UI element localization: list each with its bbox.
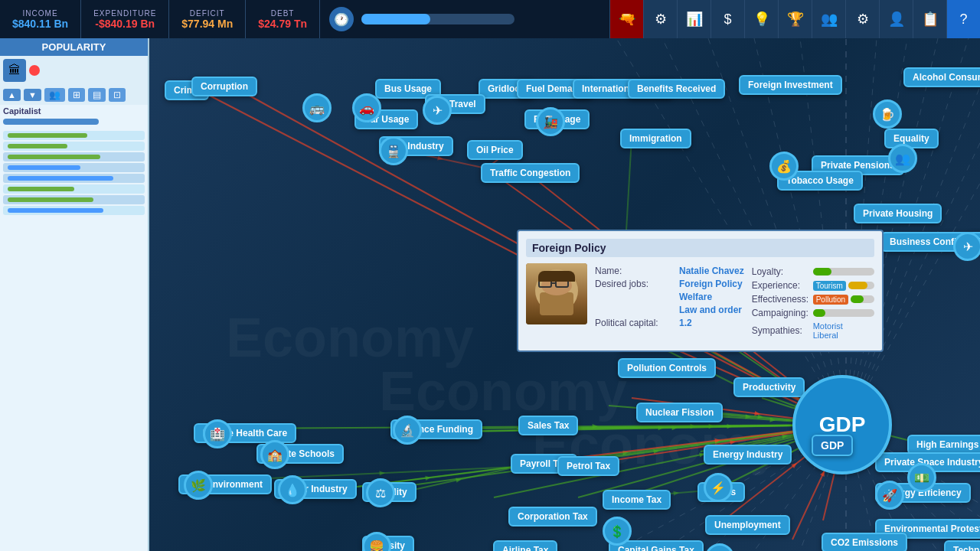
gdp-label-node[interactable]: GDP (812, 435, 853, 456)
expand-icon-btn[interactable]: ⊡ (109, 88, 126, 102)
topbar: INCOME $840.11 Bn EXPENDITURE -$840.19 B… (0, 0, 980, 38)
airline-tax-node[interactable]: Airline Tax (493, 540, 557, 551)
pollution-tag: Pollution (813, 295, 848, 305)
down-btn[interactable]: ▼ (24, 89, 41, 101)
deficit-stat: DEFICIT $77.94 Mn (169, 0, 246, 38)
train-icon[interactable]: 🚂 (536, 107, 565, 136)
water-icon[interactable]: 💧 (278, 475, 307, 504)
gov-icon: 🏛 (3, 59, 26, 82)
loyalty-bar (813, 268, 874, 276)
gdp-node[interactable]: GDP (792, 375, 892, 474)
income-tax-node[interactable]: Income Tax (603, 490, 671, 510)
desired-jobs-val2: Welfare (679, 292, 712, 302)
panel-title: Foreign Policy (526, 239, 874, 257)
unemployment-node[interactable]: Unemployment (705, 515, 790, 535)
alcohol-consumption-node[interactable]: Alcohol Consumption (903, 67, 980, 87)
experience-fill (848, 282, 867, 289)
income-label: INCOME (23, 9, 58, 18)
benefits-received-node[interactable]: Benefits Received (628, 79, 725, 99)
notes-btn[interactable]: 📋 (913, 0, 946, 38)
map[interactable]: Economy Economy Economy Econ Crime Corru… (149, 38, 980, 551)
sidebar-item-1[interactable] (3, 131, 145, 140)
desired-jobs-row3: Law and order (595, 305, 744, 315)
clock-icon[interactable]: 🕐 (329, 7, 354, 31)
immigration-node[interactable]: Immigration (620, 129, 691, 148)
grid-icon-btn[interactable]: ⊞ (68, 88, 85, 102)
sidebar-item-3[interactable] (3, 152, 145, 161)
help-btn[interactable]: ? (946, 0, 980, 38)
space-icon[interactable]: 🚀 (875, 481, 904, 510)
plane-icon[interactable]: ✈ (423, 96, 452, 125)
desired-jobs-val3: Law and order (679, 305, 742, 315)
productivity-node[interactable]: Productivity (733, 377, 805, 397)
loyalty-row: Loyalty: (752, 266, 874, 277)
icon-buttons: 🔫 ⚙ 📊 $ 💡 🏆 👥 ⚙ 👤 📋 ? (609, 0, 980, 38)
car-icon[interactable]: 🚗 (352, 93, 381, 122)
campaigning-label: Campaigning: (752, 308, 813, 318)
desired-jobs-key3 (595, 305, 679, 315)
name-val: Natalie Chavez (679, 266, 744, 276)
environment-icon[interactable]: 🌿 (184, 471, 213, 500)
petrol-tax-node[interactable]: Petrol Tax (557, 456, 619, 476)
money-btn[interactable]: $ (710, 0, 744, 38)
desired-jobs-key2 (595, 292, 679, 302)
co2-node[interactable]: CO2 Emissions (822, 533, 907, 551)
sidebar-item-4[interactable] (3, 163, 145, 172)
campaigning-fill (813, 309, 825, 317)
people-icon-btn[interactable]: 👥 (44, 88, 65, 102)
pollution-controls-node[interactable]: Pollution Controls (618, 358, 716, 378)
desired-jobs-row: Desired jobs: Foreign Policy (595, 279, 744, 289)
sidebar-item-7[interactable] (3, 195, 145, 204)
avatar (526, 263, 587, 324)
corruption-node[interactable]: Corruption (191, 77, 257, 96)
foreign-investment-node[interactable]: Foreign Investment (739, 75, 842, 95)
rail-industry-icon[interactable]: 🚆 (379, 136, 408, 165)
sales-tax-node[interactable]: Sales Tax (518, 416, 578, 435)
sidebar-list (0, 126, 148, 220)
charts-btn[interactable]: 📊 (677, 0, 710, 38)
nuclear-fission-node[interactable]: Nuclear Fission (636, 403, 723, 422)
obesity-icon[interactable]: 🍔 (362, 532, 391, 551)
desired-jobs-val1: Foreign Policy (679, 279, 743, 289)
tourism-icon[interactable]: ✈ (953, 232, 980, 261)
weapons-btn[interactable]: 🔫 (609, 0, 643, 38)
ideas-btn[interactable]: 💡 (744, 0, 778, 38)
sympathies-label: Sympathies: (752, 325, 813, 336)
energy-icon[interactable]: ⚡ (704, 473, 733, 502)
stability-icon[interactable]: ⚖ (366, 478, 395, 507)
traffic-congestion-node[interactable]: Traffic Congestion (481, 163, 580, 183)
political-capital-val: 1.2 (679, 318, 692, 328)
private-housing-node[interactable]: Private Housing (854, 204, 942, 223)
health-icon[interactable]: 🏥 (203, 419, 232, 448)
loyalty-label: Loyalty: (752, 266, 813, 277)
profile-btn[interactable]: 👤 (879, 0, 913, 38)
science-icon[interactable]: 🔬 (393, 416, 422, 445)
oil-price-node[interactable]: Oil Price (467, 140, 523, 160)
filter-icon-btn[interactable]: ▤ (88, 88, 106, 102)
effectiveness-row: Effectiveness: Pollution (752, 294, 874, 305)
sidebar-item-2[interactable] (3, 142, 145, 151)
high-earnings-icon[interactable]: 💵 (907, 463, 936, 492)
trophy-btn[interactable]: 🏆 (778, 0, 812, 38)
corporation-tax-node[interactable]: Corporation Tax (508, 507, 597, 527)
technology-node[interactable]: Technology (944, 540, 980, 551)
school-icon[interactable]: 🏫 (260, 440, 289, 469)
unemployment-icon[interactable]: 😴 (705, 543, 734, 551)
deficit-label: DEFICIT (190, 9, 225, 18)
energy-industry-node[interactable]: Energy Industry (704, 445, 792, 465)
transport-icon[interactable]: 🚌 (302, 93, 332, 122)
alert-dot (29, 65, 40, 76)
people-btn[interactable]: ⚙ (643, 0, 677, 38)
income-tax-icon[interactable]: 💲 (603, 517, 632, 546)
desired-jobs-row2: Welfare (595, 292, 744, 302)
equality-icon[interactable]: 👥 (888, 144, 917, 173)
settings-btn[interactable]: ⚙ (845, 0, 879, 38)
community-btn[interactable]: 👥 (812, 0, 845, 38)
sidebar-item-5[interactable] (3, 174, 145, 183)
drink-icon[interactable]: 🍺 (873, 99, 902, 129)
up-btn[interactable]: ▲ (3, 89, 21, 101)
sidebar-item-6[interactable] (3, 184, 145, 194)
pension-icon[interactable]: 💰 (769, 152, 799, 181)
sidebar-item-8[interactable] (3, 206, 145, 215)
equality-node[interactable]: Equality (884, 129, 939, 148)
